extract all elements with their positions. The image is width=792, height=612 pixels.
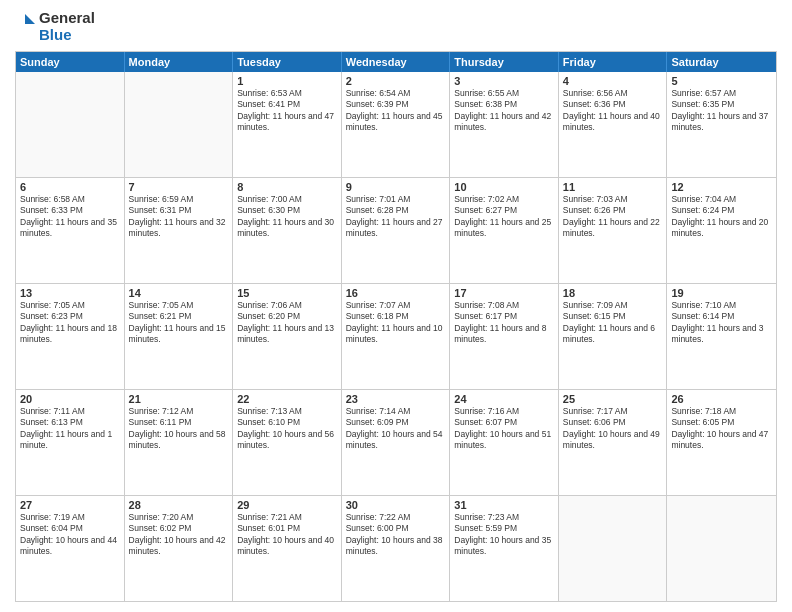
cell-info: Sunrise: 7:19 AMSunset: 6:04 PMDaylight:…	[20, 512, 120, 558]
day-number: 3	[454, 75, 554, 87]
cell-info: Sunrise: 7:10 AMSunset: 6:14 PMDaylight:…	[671, 300, 772, 346]
calendar-cell-24: 24Sunrise: 7:16 AMSunset: 6:07 PMDayligh…	[450, 390, 559, 495]
calendar-cell-14: 14Sunrise: 7:05 AMSunset: 6:21 PMDayligh…	[125, 284, 234, 389]
day-number: 5	[671, 75, 772, 87]
cell-info: Sunrise: 7:05 AMSunset: 6:21 PMDaylight:…	[129, 300, 229, 346]
cell-info: Sunrise: 7:04 AMSunset: 6:24 PMDaylight:…	[671, 194, 772, 240]
day-number: 9	[346, 181, 446, 193]
calendar-cell-25: 25Sunrise: 7:17 AMSunset: 6:06 PMDayligh…	[559, 390, 668, 495]
cell-info: Sunrise: 7:00 AMSunset: 6:30 PMDaylight:…	[237, 194, 337, 240]
header-day-tuesday: Tuesday	[233, 52, 342, 72]
calendar-cell-8: 8Sunrise: 7:00 AMSunset: 6:30 PMDaylight…	[233, 178, 342, 283]
calendar-row-1: 1Sunrise: 6:53 AMSunset: 6:41 PMDaylight…	[16, 72, 776, 177]
calendar-cell-26: 26Sunrise: 7:18 AMSunset: 6:05 PMDayligh…	[667, 390, 776, 495]
calendar-body: 1Sunrise: 6:53 AMSunset: 6:41 PMDaylight…	[16, 72, 776, 601]
calendar-cell-19: 19Sunrise: 7:10 AMSunset: 6:14 PMDayligh…	[667, 284, 776, 389]
calendar-cell-20: 20Sunrise: 7:11 AMSunset: 6:13 PMDayligh…	[16, 390, 125, 495]
logo-line1: General	[39, 10, 95, 27]
header-day-monday: Monday	[125, 52, 234, 72]
cell-info: Sunrise: 7:14 AMSunset: 6:09 PMDaylight:…	[346, 406, 446, 452]
calendar-cell-6: 6Sunrise: 6:58 AMSunset: 6:33 PMDaylight…	[16, 178, 125, 283]
day-number: 26	[671, 393, 772, 405]
day-number: 21	[129, 393, 229, 405]
cell-info: Sunrise: 7:03 AMSunset: 6:26 PMDaylight:…	[563, 194, 663, 240]
day-number: 6	[20, 181, 120, 193]
day-number: 4	[563, 75, 663, 87]
cell-info: Sunrise: 7:18 AMSunset: 6:05 PMDaylight:…	[671, 406, 772, 452]
calendar-cell-22: 22Sunrise: 7:13 AMSunset: 6:10 PMDayligh…	[233, 390, 342, 495]
day-number: 18	[563, 287, 663, 299]
calendar-cell-11: 11Sunrise: 7:03 AMSunset: 6:26 PMDayligh…	[559, 178, 668, 283]
day-number: 29	[237, 499, 337, 511]
cell-info: Sunrise: 7:16 AMSunset: 6:07 PMDaylight:…	[454, 406, 554, 452]
cell-info: Sunrise: 7:22 AMSunset: 6:00 PMDaylight:…	[346, 512, 446, 558]
day-number: 28	[129, 499, 229, 511]
calendar-row-2: 6Sunrise: 6:58 AMSunset: 6:33 PMDaylight…	[16, 177, 776, 283]
day-number: 2	[346, 75, 446, 87]
day-number: 1	[237, 75, 337, 87]
day-number: 17	[454, 287, 554, 299]
calendar-cell-3: 3Sunrise: 6:55 AMSunset: 6:38 PMDaylight…	[450, 72, 559, 177]
day-number: 16	[346, 287, 446, 299]
day-number: 22	[237, 393, 337, 405]
cell-info: Sunrise: 6:54 AMSunset: 6:39 PMDaylight:…	[346, 88, 446, 134]
calendar-cell-10: 10Sunrise: 7:02 AMSunset: 6:27 PMDayligh…	[450, 178, 559, 283]
logo-bird-icon	[15, 12, 35, 42]
logo-container: General Blue	[15, 10, 95, 43]
calendar-row-5: 27Sunrise: 7:19 AMSunset: 6:04 PMDayligh…	[16, 495, 776, 601]
day-number: 27	[20, 499, 120, 511]
header-day-wednesday: Wednesday	[342, 52, 451, 72]
day-number: 8	[237, 181, 337, 193]
calendar-cell-27: 27Sunrise: 7:19 AMSunset: 6:04 PMDayligh…	[16, 496, 125, 601]
cell-info: Sunrise: 6:59 AMSunset: 6:31 PMDaylight:…	[129, 194, 229, 240]
logo-line2: Blue	[39, 27, 95, 44]
cell-info: Sunrise: 7:02 AMSunset: 6:27 PMDaylight:…	[454, 194, 554, 240]
cell-info: Sunrise: 7:11 AMSunset: 6:13 PMDaylight:…	[20, 406, 120, 452]
calendar-row-4: 20Sunrise: 7:11 AMSunset: 6:13 PMDayligh…	[16, 389, 776, 495]
calendar: SundayMondayTuesdayWednesdayThursdayFrid…	[15, 51, 777, 602]
calendar-cell-4: 4Sunrise: 6:56 AMSunset: 6:36 PMDaylight…	[559, 72, 668, 177]
cell-info: Sunrise: 6:57 AMSunset: 6:35 PMDaylight:…	[671, 88, 772, 134]
cell-info: Sunrise: 7:01 AMSunset: 6:28 PMDaylight:…	[346, 194, 446, 240]
day-number: 14	[129, 287, 229, 299]
day-number: 13	[20, 287, 120, 299]
cell-info: Sunrise: 7:07 AMSunset: 6:18 PMDaylight:…	[346, 300, 446, 346]
day-number: 20	[20, 393, 120, 405]
cell-info: Sunrise: 7:20 AMSunset: 6:02 PMDaylight:…	[129, 512, 229, 558]
cell-info: Sunrise: 7:23 AMSunset: 5:59 PMDaylight:…	[454, 512, 554, 558]
calendar-cell-28: 28Sunrise: 7:20 AMSunset: 6:02 PMDayligh…	[125, 496, 234, 601]
calendar-cell-5: 5Sunrise: 6:57 AMSunset: 6:35 PMDaylight…	[667, 72, 776, 177]
cell-info: Sunrise: 7:13 AMSunset: 6:10 PMDaylight:…	[237, 406, 337, 452]
cell-info: Sunrise: 7:12 AMSunset: 6:11 PMDaylight:…	[129, 406, 229, 452]
calendar-cell-12: 12Sunrise: 7:04 AMSunset: 6:24 PMDayligh…	[667, 178, 776, 283]
cell-info: Sunrise: 7:08 AMSunset: 6:17 PMDaylight:…	[454, 300, 554, 346]
day-number: 24	[454, 393, 554, 405]
calendar-cell-empty	[667, 496, 776, 601]
calendar-cell-15: 15Sunrise: 7:06 AMSunset: 6:20 PMDayligh…	[233, 284, 342, 389]
calendar-cell-empty	[559, 496, 668, 601]
calendar-cell-31: 31Sunrise: 7:23 AMSunset: 5:59 PMDayligh…	[450, 496, 559, 601]
day-number: 23	[346, 393, 446, 405]
header-day-friday: Friday	[559, 52, 668, 72]
cell-info: Sunrise: 6:55 AMSunset: 6:38 PMDaylight:…	[454, 88, 554, 134]
cell-info: Sunrise: 7:05 AMSunset: 6:23 PMDaylight:…	[20, 300, 120, 346]
cell-info: Sunrise: 6:56 AMSunset: 6:36 PMDaylight:…	[563, 88, 663, 134]
calendar-cell-16: 16Sunrise: 7:07 AMSunset: 6:18 PMDayligh…	[342, 284, 451, 389]
day-number: 19	[671, 287, 772, 299]
cell-info: Sunrise: 6:58 AMSunset: 6:33 PMDaylight:…	[20, 194, 120, 240]
calendar-cell-empty	[125, 72, 234, 177]
calendar-cell-7: 7Sunrise: 6:59 AMSunset: 6:31 PMDaylight…	[125, 178, 234, 283]
calendar-cell-30: 30Sunrise: 7:22 AMSunset: 6:00 PMDayligh…	[342, 496, 451, 601]
day-number: 15	[237, 287, 337, 299]
cell-info: Sunrise: 7:21 AMSunset: 6:01 PMDaylight:…	[237, 512, 337, 558]
calendar-cell-17: 17Sunrise: 7:08 AMSunset: 6:17 PMDayligh…	[450, 284, 559, 389]
day-number: 7	[129, 181, 229, 193]
header-day-thursday: Thursday	[450, 52, 559, 72]
day-number: 12	[671, 181, 772, 193]
calendar-cell-9: 9Sunrise: 7:01 AMSunset: 6:28 PMDaylight…	[342, 178, 451, 283]
calendar-cell-empty	[16, 72, 125, 177]
calendar-cell-13: 13Sunrise: 7:05 AMSunset: 6:23 PMDayligh…	[16, 284, 125, 389]
cell-info: Sunrise: 7:09 AMSunset: 6:15 PMDaylight:…	[563, 300, 663, 346]
calendar-row-3: 13Sunrise: 7:05 AMSunset: 6:23 PMDayligh…	[16, 283, 776, 389]
calendar-cell-1: 1Sunrise: 6:53 AMSunset: 6:41 PMDaylight…	[233, 72, 342, 177]
